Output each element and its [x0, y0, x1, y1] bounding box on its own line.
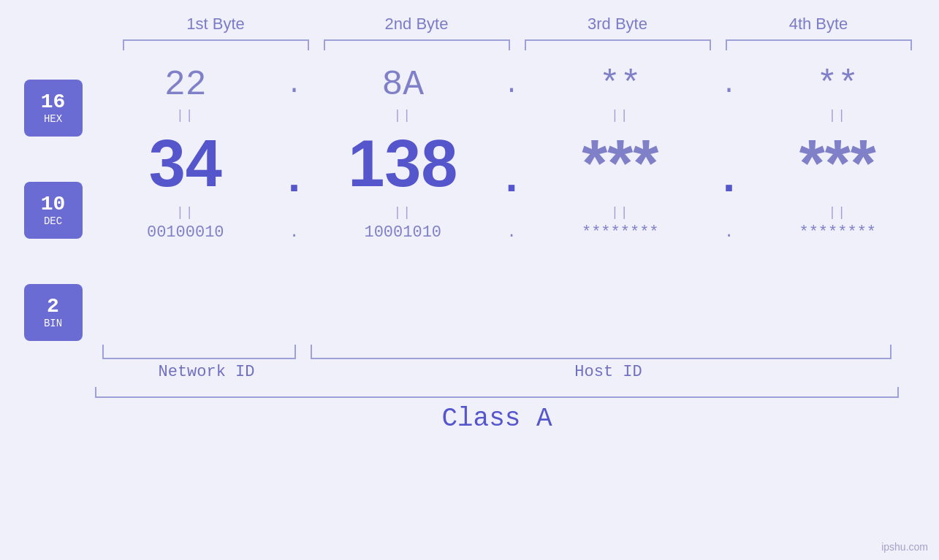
byte-header-4: 4th Byte	[718, 15, 919, 39]
bin-value-2: 10001010	[364, 223, 441, 242]
dec-dot-3: .	[711, 136, 748, 202]
hex-dot-2: .	[493, 70, 530, 100]
bin-cell-4: ********	[748, 223, 929, 242]
dec-badge-num: 10	[41, 193, 66, 216]
bin-dot-val-1: .	[289, 223, 299, 242]
byte-header-1: 1st Byte	[115, 15, 316, 39]
bracket-2	[324, 39, 510, 54]
bin-dot-val-3: .	[724, 223, 734, 242]
hex-value-3: **	[599, 65, 642, 104]
eq-cell-4: ||	[748, 108, 929, 123]
hex-dot-1: .	[276, 70, 313, 100]
hex-badge: 16 HEX	[24, 80, 83, 137]
dec-value-1: 34	[149, 126, 222, 202]
byte-header-3: 3rd Byte	[517, 15, 718, 39]
bin-badge: 2 BIN	[24, 284, 83, 341]
footer-text: ipshu.com	[881, 541, 928, 553]
bracket-1	[123, 39, 309, 54]
equals-row-1: || || || ||	[95, 104, 928, 126]
bin-dot-2: .	[493, 223, 530, 242]
hex-value-4: **	[816, 65, 859, 104]
host-id-bracket	[311, 345, 892, 359]
bin-badge-label: BIN	[44, 318, 62, 329]
eq2-cell-2: ||	[313, 205, 494, 220]
dec-dot-2: .	[493, 136, 530, 202]
id-labels-row: Network ID Host ID	[95, 363, 899, 381]
hex-badge-num: 16	[41, 91, 66, 114]
hex-dot-val-1: .	[286, 70, 303, 100]
bin-dot-1: .	[276, 223, 313, 242]
bottom-brackets	[95, 345, 899, 359]
hex-cell-4: **	[748, 65, 929, 104]
network-id-bracket	[102, 345, 296, 359]
bracket-3	[525, 39, 711, 54]
bracket-top-4	[726, 39, 912, 50]
eq2-cell-1: ||	[95, 205, 276, 220]
bin-value-1: 00100010	[147, 223, 224, 242]
byte-headers-row: 1st Byte 2nd Byte 3rd Byte 4th Byte	[115, 15, 919, 39]
dec-dot-val-3: .	[715, 136, 742, 202]
hex-cell-2: 8A	[313, 65, 494, 104]
top-bracket-row	[115, 39, 919, 54]
dec-badge-label: DEC	[44, 215, 62, 227]
dec-dot-val-1: .	[281, 136, 307, 202]
footer: ipshu.com	[881, 541, 928, 553]
dec-cell-4: ***	[748, 126, 929, 202]
eq-cell-3: ||	[530, 108, 711, 123]
dec-data-row: 34 . 138 . *** . ***	[95, 126, 928, 202]
eq-cell-2: ||	[313, 108, 494, 123]
dec-value-3: ***	[582, 126, 658, 202]
bin-dot-3: .	[711, 223, 748, 242]
hex-cell-1: 22	[95, 65, 276, 104]
hex-dot-3: .	[711, 70, 748, 100]
badges-column: 16 HEX 10 DEC 2 BIN	[0, 65, 95, 341]
dec-value-4: ***	[799, 126, 876, 202]
eq2-cell-3: ||	[530, 205, 711, 220]
dec-dot-1: .	[276, 136, 313, 202]
bracket-4	[726, 39, 912, 54]
host-id-label: Host ID	[318, 363, 899, 381]
dec-dot-val-2: .	[498, 136, 525, 202]
bracket-top-3	[525, 39, 711, 50]
dec-value-2: 138	[348, 126, 457, 202]
bracket-top-2	[324, 39, 510, 50]
hex-cell-3: **	[530, 65, 711, 104]
hex-badge-label: HEX	[44, 113, 62, 125]
dec-badge: 10 DEC	[24, 182, 83, 239]
bin-cell-3: ********	[530, 223, 711, 242]
main-container: 1st Byte 2nd Byte 3rd Byte 4th Byte 16 H…	[0, 0, 939, 560]
bin-data-row: 00100010 . 10001010 . ******** .	[95, 223, 928, 242]
class-label: Class A	[95, 404, 899, 434]
bin-dot-val-2: .	[506, 223, 516, 242]
bin-cell-1: 00100010	[95, 223, 276, 242]
bin-value-4: ********	[799, 223, 876, 242]
eq-cell-1: ||	[95, 108, 276, 123]
bracket-top-1	[123, 39, 309, 50]
bin-badge-num: 2	[47, 296, 59, 318]
hex-value-1: 22	[164, 65, 207, 104]
big-bracket	[95, 387, 899, 398]
dec-cell-1: 34	[95, 126, 276, 202]
hex-dot-val-3: .	[721, 70, 737, 100]
main-content-area: 16 HEX 10 DEC 2 BIN 22 .	[0, 65, 939, 341]
bin-cell-2: 10001010	[313, 223, 494, 242]
equals-row-2: || || || ||	[95, 202, 928, 223]
dec-cell-2: 138	[313, 126, 494, 202]
network-id-label: Network ID	[95, 363, 318, 381]
bin-value-3: ********	[582, 223, 659, 242]
hex-value-2: 8A	[381, 65, 424, 104]
bottom-area: Network ID Host ID Class A	[0, 345, 939, 434]
hex-data-row: 22 . 8A . ** . **	[95, 65, 928, 104]
data-rows: 22 . 8A . ** . **	[95, 65, 939, 242]
hex-dot-val-2: .	[503, 70, 520, 100]
eq2-cell-4: ||	[748, 205, 929, 220]
byte-header-2: 2nd Byte	[316, 15, 517, 39]
dec-cell-3: ***	[530, 126, 711, 202]
